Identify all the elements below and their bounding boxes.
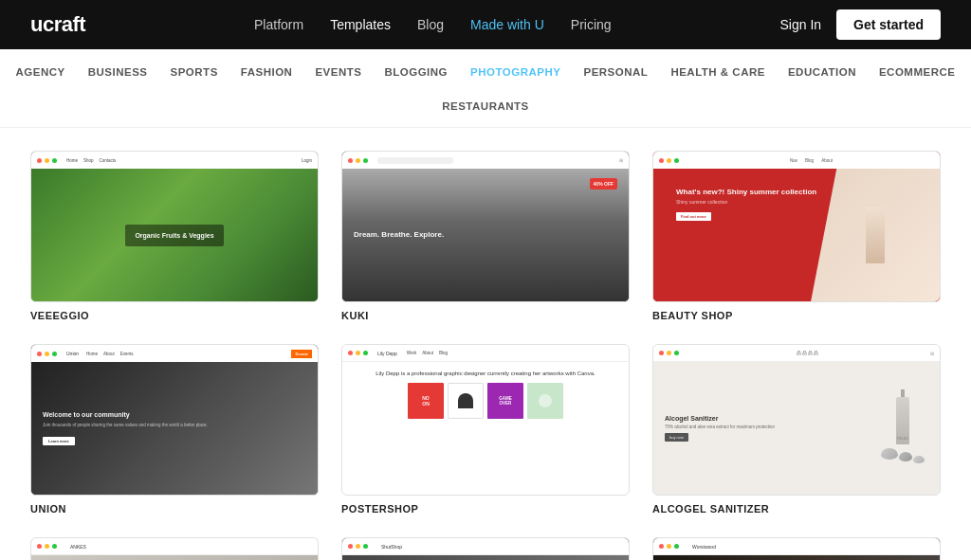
- template-card-union[interactable]: Union Home About Events Donate Welcome t…: [30, 344, 319, 515]
- nav-pricing[interactable]: Pricing: [571, 17, 612, 32]
- category-events[interactable]: EVENTS: [315, 66, 361, 78]
- category-health[interactable]: HEALTH & CARE: [670, 66, 765, 78]
- poster-item-3: GAMEOVER: [487, 383, 523, 419]
- category-personal[interactable]: PERSONAL: [583, 66, 648, 78]
- template-name-veeeggio: VEEEGGIO: [30, 310, 319, 321]
- category-sports[interactable]: SPORTS: [171, 66, 218, 78]
- nav-links: Platform Templates Blog Made with U Pric…: [254, 16, 612, 33]
- template-thumbnail-union: Union Home About Events Donate Welcome t…: [30, 344, 319, 496]
- beautyshop-tagline: What's new?! Shiny summer collection: [676, 188, 917, 196]
- template-card-partial2[interactable]: ShutShop: [341, 537, 630, 560]
- navbar: ucraft Platform Templates Blog Made with…: [0, 0, 971, 49]
- veeeggio-tagline: Organic Fruits & Veggies: [125, 225, 223, 246]
- signin-button[interactable]: Sign In: [779, 17, 821, 32]
- template-name-union: UNION: [30, 503, 319, 515]
- category-business[interactable]: BUSINESS: [88, 66, 148, 78]
- postershop-tagline: Lily Depp is a professional graphic desi…: [376, 370, 595, 377]
- template-thumbnail-partial1: ANKES ANKES: [30, 537, 319, 560]
- template-card-alcogel[interactable]: 品 品 品 品 ⊞ Alcogel Sanitizer 75% alcohol …: [652, 344, 941, 515]
- template-thumbnail-postershop: Lily Depp Work About Blog Lily Depp is a…: [341, 344, 630, 496]
- template-thumbnail-alcogel: 品 品 品 品 ⊞ Alcogel Sanitizer 75% alcohol …: [652, 344, 941, 496]
- category-fashion[interactable]: FASHION: [241, 66, 293, 78]
- template-card-veeeggio[interactable]: Home Shop Contacts Login Organic Fruits …: [30, 151, 319, 321]
- nav-platform[interactable]: Platform: [254, 17, 303, 32]
- template-name-alcogel: ALCOGEL SANITIZER: [652, 503, 941, 515]
- navbar-actions: Sign In Get started: [779, 9, 941, 40]
- alcogel-sub: 75% alcohol and aloe vera extract for ma…: [665, 425, 870, 430]
- poster-item-4: [527, 383, 563, 419]
- brand-logo[interactable]: ucraft: [30, 12, 85, 37]
- category-ecommerce[interactable]: ECOMMERCE: [879, 66, 956, 78]
- category-education[interactable]: EDUCATION: [788, 66, 856, 78]
- category-blogging[interactable]: BLOGGING: [384, 66, 448, 78]
- category-photography[interactable]: PHOTOGRAPHY: [470, 66, 560, 78]
- template-card-beauty-shop[interactable]: Nav Blog About What's new?! Shiny summer…: [652, 151, 941, 321]
- category-restaurants[interactable]: RESTAURANTS: [442, 100, 529, 112]
- template-name-beauty-shop: BEAUTY SHOP: [652, 310, 941, 321]
- nav-madewith[interactable]: Made with U: [470, 17, 544, 32]
- template-card-kuki[interactable]: ⊞ Dream. Breathe. Explore. 40% OFF KUKI: [341, 151, 630, 321]
- templates-grid: Home Shop Contacts Login Organic Fruits …: [0, 128, 971, 560]
- alcogel-title: Alcogel Sanitizer: [665, 415, 870, 422]
- nav-blog[interactable]: Blog: [417, 17, 444, 32]
- template-thumbnail-veeeggio: Home Shop Contacts Login Organic Fruits …: [30, 151, 319, 302]
- poster-item-1: NOON: [408, 383, 444, 419]
- template-thumbnail-partial3: Worstwood: [652, 537, 941, 560]
- poster-item-2: [448, 383, 484, 419]
- kuki-tagline: Dream. Breathe. Explore.: [354, 230, 444, 240]
- template-card-partial3[interactable]: Worstwood: [652, 537, 941, 560]
- kuki-badge: 40% OFF: [590, 178, 617, 190]
- template-thumbnail-partial2: ShutShop: [341, 537, 630, 560]
- template-name-kuki: KUKI: [341, 310, 630, 321]
- category-bar: AGENCY BUSINESS SPORTS FASHION EVENTS BL…: [0, 49, 971, 128]
- template-thumbnail-kuki: ⊞ Dream. Breathe. Explore. 40% OFF: [341, 151, 630, 302]
- template-name-postershop: POSTERSHOP: [341, 503, 630, 515]
- nav-templates[interactable]: Templates: [330, 17, 391, 32]
- category-agency[interactable]: AGENCY: [16, 66, 65, 78]
- union-tagline: Welcome to our community: [43, 410, 208, 419]
- getstarted-button[interactable]: Get started: [836, 9, 941, 40]
- template-card-partial1[interactable]: ANKES ANKES: [30, 537, 319, 560]
- union-header-badge: Donate: [291, 350, 312, 358]
- template-thumbnail-beauty-shop: Nav Blog About What's new?! Shiny summer…: [652, 151, 941, 302]
- template-card-postershop[interactable]: Lily Depp Work About Blog Lily Depp is a…: [341, 344, 630, 515]
